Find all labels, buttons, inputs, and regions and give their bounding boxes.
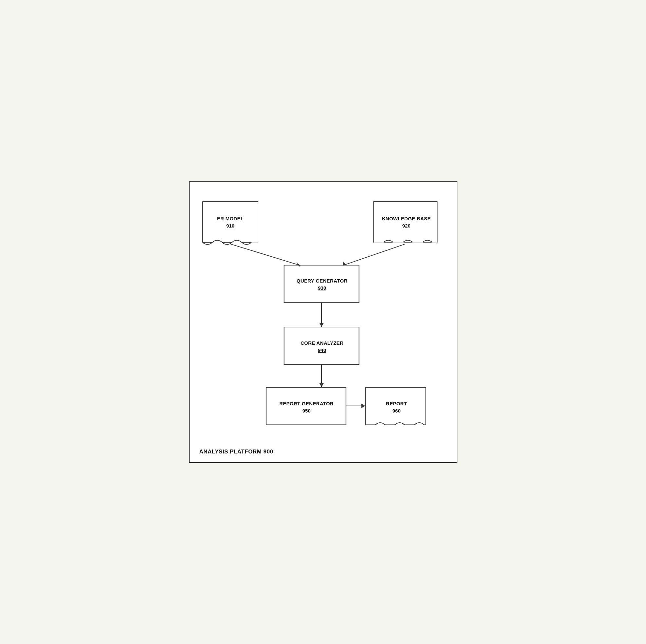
- svg-line-8: [342, 244, 405, 265]
- svg-marker-9: [342, 261, 346, 265]
- report-generator-label: REPORT GENERATOR: [279, 401, 334, 407]
- diagram-container: ER MODEL 910 KNOWLEDGE BASE 920 QUERY GE…: [189, 181, 457, 463]
- svg-marker-13: [319, 383, 324, 387]
- svg-line-6: [230, 244, 300, 265]
- query-generator-label: QUERY GENERATOR: [297, 278, 348, 284]
- report-node: REPORT 960: [366, 388, 427, 426]
- svg-marker-15: [361, 403, 365, 408]
- er-model-label: ER MODEL: [217, 215, 244, 222]
- er-model-num: 910: [226, 223, 234, 228]
- core-analyzer-num: 940: [318, 347, 326, 353]
- knowledge-base-node: KNOWLEDGE BASE 920: [374, 202, 438, 243]
- platform-label: ANALYSIS PLATFORM 900: [199, 448, 274, 455]
- svg-marker-11: [319, 322, 324, 326]
- core-analyzer-node: CORE ANALYZER 940: [285, 328, 360, 365]
- platform-title: ANALYSIS PLATFORM: [199, 448, 262, 455]
- report-generator-node: REPORT GENERATOR 950: [266, 388, 347, 426]
- knowledge-base-num: 920: [402, 223, 410, 228]
- core-analyzer-label: CORE ANALYZER: [301, 340, 343, 346]
- knowledge-base-label: KNOWLEDGE BASE: [382, 215, 431, 222]
- report-generator-num: 950: [302, 408, 310, 414]
- report-num: 960: [392, 408, 401, 414]
- er-model-node: ER MODEL 910: [203, 202, 258, 243]
- platform-num: 900: [263, 448, 274, 455]
- query-generator-num: 930: [318, 285, 326, 291]
- query-generator-node: QUERY GENERATOR 930: [285, 265, 360, 303]
- report-label: REPORT: [386, 401, 407, 407]
